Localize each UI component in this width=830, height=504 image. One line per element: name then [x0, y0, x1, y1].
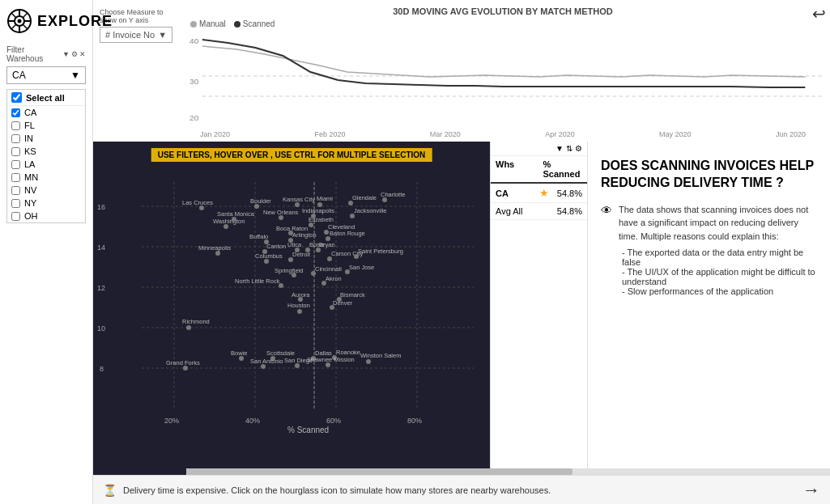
- next-button[interactable]: →: [802, 480, 820, 501]
- svg-text:North Little Rock: North Little Rock: [235, 277, 280, 285]
- sidebar: EXPLORE Filter Warehous ▼ ⚙ ✕ CA ▼ Selec…: [0, 0, 93, 504]
- svg-text:Winston Salem: Winston Salem: [360, 352, 401, 359]
- main-container: EXPLORE Filter Warehous ▼ ⚙ ✕ CA ▼ Selec…: [0, 0, 830, 504]
- line-chart-section: 30D MOVING AVG EVOLUTION BY MATCH METHOD…: [172, 6, 824, 138]
- right-panel-title: DOES SCANNING INVOICES HELP REDUCING DEL…: [601, 158, 817, 192]
- svg-text:Richmond: Richmond: [182, 318, 210, 325]
- table-settings-icon[interactable]: ⚙: [575, 144, 582, 153]
- legend-scanned: Scanned: [234, 19, 275, 28]
- svg-text:Bismarck: Bismarck: [340, 291, 365, 299]
- svg-text:60%: 60%: [326, 417, 341, 425]
- scroll-thumb[interactable]: [186, 468, 572, 475]
- svg-text:% Scanned: % Scanned: [287, 426, 329, 433]
- select-all-checkbox[interactable]: [11, 92, 22, 103]
- select-all-row[interactable]: Select all: [7, 90, 85, 106]
- svg-text:Bryan: Bryan: [319, 241, 335, 248]
- table-filter-icon[interactable]: ▼: [555, 144, 564, 153]
- checkbox-ca[interactable]: [11, 108, 20, 117]
- checkbox-nv[interactable]: [11, 186, 20, 195]
- checkbox-fl[interactable]: [11, 121, 20, 130]
- svg-text:Minneapolis: Minneapolis: [198, 244, 231, 252]
- svg-text:Scottsdale: Scottsdale: [266, 349, 295, 357]
- svg-text:Glendale: Glendale: [352, 194, 377, 201]
- svg-text:Columbus: Columbus: [255, 252, 283, 260]
- checkbox-mn[interactable]: [11, 173, 20, 182]
- svg-text:Jacksonville: Jacksonville: [354, 207, 386, 214]
- app-title: EXPLORE: [37, 13, 113, 30]
- warehouse-dropdown[interactable]: CA ▼: [6, 66, 86, 84]
- svg-text:Santa Monica: Santa Monica: [217, 210, 255, 218]
- filter-icons: ▼ ⚙ ✕: [62, 50, 86, 58]
- svg-line-9: [11, 25, 16, 30]
- svg-text:Denver: Denver: [333, 299, 353, 307]
- svg-point-103: [317, 202, 322, 207]
- svg-text:14: 14: [97, 244, 105, 252]
- checkbox-ks[interactable]: [11, 147, 20, 156]
- svg-text:20%: 20%: [164, 417, 179, 425]
- table-row-avgall: Avg All 54.8%: [491, 203, 587, 220]
- list-item-fl[interactable]: FL: [7, 119, 85, 132]
- list-item-in[interactable]: IN: [7, 132, 85, 145]
- list-item-ca[interactable]: CA: [7, 106, 85, 119]
- svg-text:Bowie: Bowie: [231, 349, 247, 357]
- legend-manual-dot: [190, 21, 197, 28]
- x-axis-labels: Jan 2020 Feb 2020 Mar 2020 Apr 2020 May …: [182, 130, 824, 138]
- svg-text:Arlington: Arlington: [292, 231, 317, 239]
- warehouse-dropdown-menu: Select all CA FL IN KS LA: [6, 89, 86, 223]
- filter-icon[interactable]: ▼: [62, 50, 70, 58]
- svg-text:Boulder: Boulder: [250, 197, 271, 205]
- list-item-oh[interactable]: OH: [7, 210, 85, 222]
- svg-point-39: [297, 309, 302, 314]
- list-item-nv[interactable]: NV: [7, 184, 85, 197]
- invoice-label: # Invoice No: [105, 30, 155, 40]
- checkbox-ny[interactable]: [11, 199, 20, 208]
- list-item-ny[interactable]: NY: [7, 197, 85, 210]
- table-sort-icon[interactable]: ⇅: [566, 144, 572, 153]
- svg-text:Roanoke: Roanoke: [336, 349, 360, 356]
- filter-warehouse-label: Filter Warehous ▼ ⚙ ✕: [6, 45, 86, 63]
- scatter-svg: 16 14 12 10 8 20% 40% 60% 80% % Scanned: [93, 142, 490, 433]
- main-content: Choose Measure to show on Y axis # Invoi…: [93, 0, 830, 504]
- svg-text:Miami: Miami: [317, 195, 333, 202]
- svg-text:San Jose: San Jose: [349, 264, 374, 271]
- bullet-3: Slow performances of the application: [622, 286, 817, 296]
- svg-text:Charlotte: Charlotte: [381, 191, 405, 198]
- svg-text:Kansas City: Kansas City: [283, 196, 315, 203]
- svg-text:Saint Petersburg: Saint Petersburg: [358, 248, 403, 255]
- svg-text:80%: 80%: [407, 417, 422, 425]
- eye-icon: 👁: [601, 204, 612, 297]
- checkbox-la[interactable]: [11, 160, 20, 169]
- svg-text:Buffalo: Buffalo: [249, 233, 268, 240]
- bottom-bar-content: ⏳ Delivery time is expensive. Click on t…: [103, 484, 551, 497]
- bottom-bar-text: Delivery time is expensive. Click on the…: [123, 485, 551, 495]
- svg-text:New Orleans: New Orleans: [263, 209, 299, 216]
- bullet-1: The exported data or the data entry migh…: [622, 248, 817, 267]
- settings-icon[interactable]: ⚙: [71, 50, 78, 58]
- svg-text:Shawnee Mission: Shawnee Mission: [307, 356, 355, 363]
- clear-icon[interactable]: ✕: [79, 50, 86, 58]
- svg-text:San Antonio: San Antonio: [250, 358, 283, 365]
- svg-text:8: 8: [100, 365, 104, 373]
- legend-manual: Manual: [190, 19, 226, 28]
- back-button[interactable]: ↩: [812, 4, 826, 23]
- svg-text:Aurora: Aurora: [292, 291, 310, 299]
- legend-scanned-dot: [234, 21, 240, 28]
- horizontal-scrollbar[interactable]: [186, 468, 830, 475]
- list-item-la[interactable]: LA: [7, 158, 85, 171]
- line-chart-svg: 40 30 20: [182, 32, 824, 129]
- table-filter-icons: ▼ ⇅ ⚙: [491, 142, 587, 156]
- svg-text:16: 16: [97, 203, 105, 211]
- whs-table-header: Whs % Scanned: [491, 156, 587, 184]
- checkbox-oh[interactable]: [11, 212, 20, 221]
- list-item-ks[interactable]: KS: [7, 145, 85, 158]
- insight-bullets: The exported data or the data entry migh…: [619, 248, 817, 296]
- star-icon: ★: [539, 187, 549, 199]
- hourglass-icon[interactable]: ⏳: [103, 484, 117, 497]
- scatter-plot-area: USE FILTERS, HOVER OVER , USE CTRL FOR M…: [93, 142, 490, 504]
- svg-text:Washington: Washington: [213, 218, 245, 225]
- insight-intro: The data shows that scanning invoices do…: [619, 203, 817, 244]
- list-item-mn[interactable]: MN: [7, 171, 85, 184]
- chart-legend: Manual Scanned: [190, 19, 824, 28]
- checkbox-in[interactable]: [11, 134, 20, 143]
- svg-text:20: 20: [189, 114, 198, 122]
